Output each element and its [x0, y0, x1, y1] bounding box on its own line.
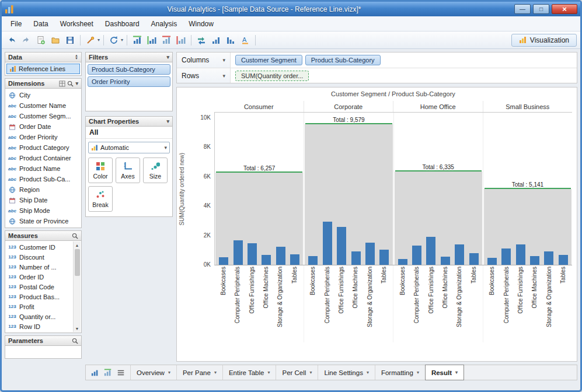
color-button[interactable]: Color	[88, 158, 113, 183]
bar-computer-peripherals[interactable]	[323, 222, 332, 265]
column-pill-product-sub-category[interactable]: Product Sub-Category	[305, 55, 381, 65]
measure-item-quantity-or[interactable]: 123Quantity or...	[5, 312, 73, 321]
measure-item-postal-code[interactable]: 123Postal Code	[5, 282, 73, 292]
bar-office-machines[interactable]	[262, 255, 271, 265]
data-panel-header[interactable]: Data ▲▼	[5, 52, 82, 62]
sort-descending-button[interactable]	[224, 34, 237, 47]
menu-item-window[interactable]: Window	[183, 18, 219, 30]
dimension-item-product-name[interactable]: abcProduct Name	[5, 163, 81, 174]
scroll-up-icon[interactable]: ▲	[75, 242, 79, 249]
title-bar[interactable]: Visual Analytics - [Sample Data Source -…	[2, 2, 580, 16]
bar-office-furnishings[interactable]	[248, 243, 257, 265]
view-grid-icon[interactable]	[59, 80, 65, 87]
bar-office-machines[interactable]	[351, 251, 361, 265]
bar-bookcases[interactable]	[308, 256, 318, 265]
save-button[interactable]	[64, 34, 76, 47]
filter-pill-product-sub-category[interactable]: Product Sub-Category	[88, 64, 170, 75]
filters-header[interactable]: Filters ▾	[85, 52, 173, 62]
bar-tables[interactable]	[559, 255, 568, 265]
search-icon[interactable]	[72, 338, 78, 344]
duplicate-sheet-button[interactable]	[102, 367, 114, 379]
search-icon[interactable]	[67, 80, 74, 87]
bar-office-furnishings[interactable]	[337, 227, 346, 265]
menu-item-data[interactable]: Data	[28, 18, 53, 30]
remove-row-shelf-button[interactable]	[160, 34, 173, 47]
dimension-item-ship-mode[interactable]: abcShip Mode	[5, 205, 81, 216]
bar-storage-organization[interactable]	[544, 251, 553, 265]
tab-per-cell[interactable]: Per Cell▾	[276, 365, 318, 380]
bar-storage-organization[interactable]	[365, 243, 375, 265]
column-pill-customer-segment[interactable]: Customer Segment	[235, 55, 302, 65]
maximize-button[interactable]: □	[533, 4, 549, 14]
bar-office-machines[interactable]	[530, 256, 539, 265]
swap-axes-button[interactable]	[195, 34, 208, 47]
show-labels-button[interactable]: A	[239, 34, 252, 47]
measure-item-order-id[interactable]: 123Order ID	[5, 272, 73, 282]
dimensions-header[interactable]: Dimensions ▾	[5, 78, 82, 89]
measure-item-number-of[interactable]: 123Number of ...	[5, 262, 73, 272]
close-button[interactable]: ×	[552, 4, 577, 14]
dimension-item-city[interactable]: City	[5, 90, 81, 100]
menu-item-worksheet[interactable]: Worksheet	[55, 18, 99, 30]
dimension-item-customer-name[interactable]: abcCustomer Name	[5, 100, 81, 111]
chart-type-select[interactable]: Automatic ▾	[88, 142, 170, 153]
bar-bookcases[interactable]	[487, 258, 497, 265]
bar-storage-organization[interactable]	[455, 244, 464, 265]
scrollbar-thumb[interactable]	[75, 249, 80, 276]
scroll-down-icon[interactable]: ▼	[75, 325, 79, 332]
measure-item-product-bas[interactable]: 123Product Bas...	[5, 292, 73, 302]
measures-header[interactable]: Measures	[5, 230, 82, 241]
columns-shelf-button[interactable]: Columns ▾	[177, 52, 231, 68]
undo-button[interactable]	[5, 34, 18, 47]
add-column-shelf-button[interactable]	[145, 34, 158, 47]
measure-item-customer-id[interactable]: 123Customer ID	[5, 242, 73, 252]
measure-item-profit[interactable]: 123Profit	[5, 302, 73, 312]
reference-line[interactable]	[216, 172, 302, 173]
bar-tables[interactable]	[379, 250, 389, 265]
measures-scrollbar[interactable]: ▲ ▼	[73, 242, 81, 332]
format-tool-button[interactable]	[84, 34, 97, 47]
sheet-list-button[interactable]	[115, 367, 127, 379]
new-worksheet-button[interactable]	[34, 34, 47, 47]
tab-entire-table[interactable]: Entire Table▾	[223, 365, 277, 380]
dimension-item-product-container[interactable]: abcProduct Container	[5, 153, 81, 163]
reference-line[interactable]	[485, 188, 571, 189]
bar-bookcases[interactable]	[398, 259, 407, 265]
menu-item-file[interactable]: File	[5, 18, 27, 30]
sort-ascending-button[interactable]	[210, 34, 222, 47]
dimension-item-product-sub-ca[interactable]: abcProduct Sub-Ca...	[5, 174, 81, 184]
dimension-item-customer-segm[interactable]: abcCustomer Segm...	[5, 111, 81, 121]
data-source-item[interactable]: Reference Lines	[6, 64, 80, 74]
bar-office-machines[interactable]	[441, 257, 450, 265]
bar-bookcases[interactable]	[219, 257, 228, 265]
tab-line-settings[interactable]: Line Settings▾	[318, 365, 375, 380]
visualization-toggle-button[interactable]: Visualization	[511, 34, 577, 47]
dimension-item-region[interactable]: Region	[5, 184, 81, 195]
menu-item-dashboard[interactable]: Dashboard	[100, 18, 145, 30]
tab-formatting[interactable]: Formatting▾	[375, 365, 426, 380]
bar-computer-peripherals[interactable]	[501, 249, 511, 265]
parameters-header[interactable]: Parameters	[5, 335, 82, 346]
axes-button[interactable]: Axes	[116, 158, 140, 183]
chart-properties-header[interactable]: Chart Properties ▾	[85, 116, 173, 127]
reference-line[interactable]	[395, 170, 482, 172]
tab-per-pane[interactable]: Per Pane▾	[177, 365, 223, 380]
dimension-item-order-date[interactable]: Order Date	[5, 121, 81, 132]
search-icon[interactable]	[72, 233, 78, 239]
dimension-item-product-category[interactable]: abcProduct Category	[5, 142, 81, 153]
size-button[interactable]: Size	[143, 158, 168, 183]
redo-button[interactable]	[20, 34, 33, 47]
bar-office-furnishings[interactable]	[516, 244, 525, 265]
menu-item-analysis[interactable]: Analysis	[146, 18, 183, 30]
new-sheet-button[interactable]	[89, 367, 101, 379]
chevron-down-icon[interactable]: ▾	[166, 54, 169, 60]
bar-office-furnishings[interactable]	[426, 237, 435, 265]
bar-tables[interactable]	[290, 254, 299, 265]
bar-tables[interactable]	[469, 253, 479, 265]
filter-pill-order-priority[interactable]: Order Priority	[88, 76, 170, 87]
dimension-item-order-priority[interactable]: abcOrder Priority	[5, 132, 81, 142]
minimize-button[interactable]: —	[514, 4, 531, 14]
chevron-down-icon[interactable]: ▾	[166, 118, 169, 124]
bar-storage-organization[interactable]	[276, 247, 285, 265]
measure-item-row-id[interactable]: 123Row ID	[5, 321, 73, 331]
